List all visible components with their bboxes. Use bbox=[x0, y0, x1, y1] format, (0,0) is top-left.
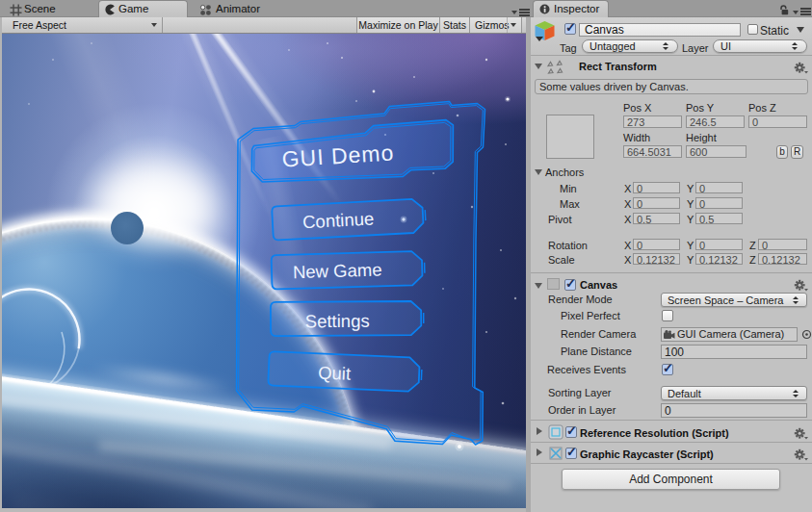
svg-text:Quit: Quit bbox=[318, 362, 352, 383]
svg-text:New Game: New Game bbox=[293, 260, 382, 283]
svg-text:Settings: Settings bbox=[305, 311, 370, 331]
svg-text:Continue: Continue bbox=[302, 208, 375, 232]
